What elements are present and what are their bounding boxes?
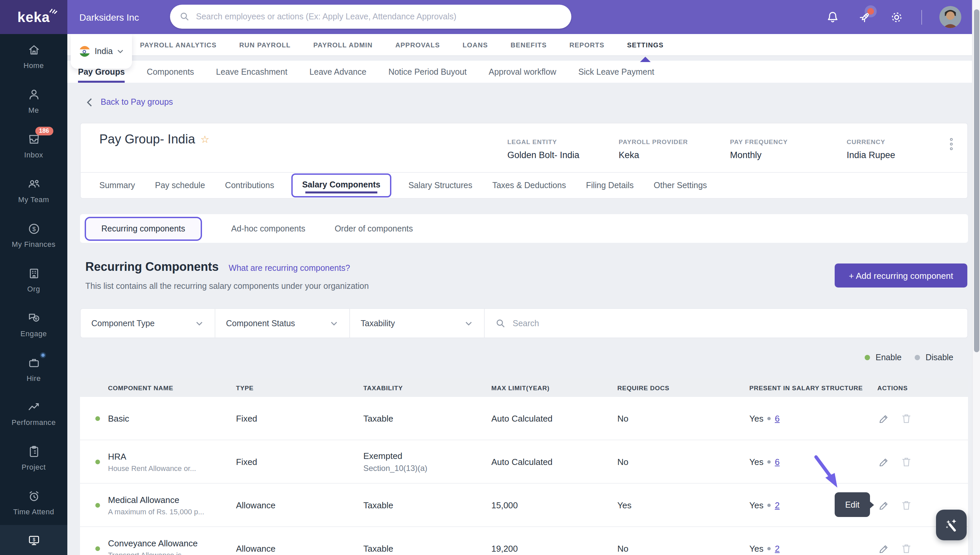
chevron-left-icon	[87, 98, 92, 106]
structure-count-link[interactable]: 6	[775, 413, 779, 423]
sidebar-item-my-team[interactable]: My Team	[0, 168, 67, 212]
edit-pencil-icon[interactable]	[877, 412, 890, 425]
add-recurring-component-button[interactable]: + Add recurring component	[835, 263, 967, 287]
settings-gear-icon[interactable]	[889, 10, 904, 24]
svg-text:$: $	[32, 537, 35, 542]
tab-sick-leave-payment[interactable]: Sick Leave Payment	[578, 61, 654, 83]
nav-payroll-admin[interactable]: PAYROLL ADMIN	[313, 41, 372, 49]
structure-count-link[interactable]: 6	[775, 457, 779, 467]
tab-salary-structures[interactable]: Salary Structures	[408, 181, 472, 190]
nav-settings[interactable]: SETTINGS	[627, 41, 663, 49]
nav-reports[interactable]: REPORTS	[569, 41, 604, 49]
tab-taxes-deductions[interactable]: Taxes & Deductions	[492, 181, 566, 190]
more-options-kebab-icon[interactable]	[950, 138, 953, 150]
section-description: This list contains all the recurring sal…	[85, 281, 369, 291]
payroll-icon: $	[26, 533, 41, 547]
inbox-icon: 186	[26, 132, 41, 147]
keka-logo[interactable]: keka	[0, 0, 67, 34]
edit-pencil-icon[interactable]	[877, 499, 890, 511]
delete-trash-icon[interactable]	[900, 499, 913, 511]
status-dot-enabled	[95, 503, 100, 508]
sidebar-item-performance[interactable]: Performance	[0, 391, 67, 436]
edit-pencil-icon[interactable]	[877, 455, 890, 468]
edit-tooltip: Edit	[835, 492, 870, 517]
edit-pencil-icon[interactable]	[877, 542, 890, 555]
tab-other-settings[interactable]: Other Settings	[654, 181, 707, 190]
nav-payroll-analytics[interactable]: PAYROLL ANALYTICS	[140, 41, 217, 49]
sidebar-item-inbox[interactable]: 186 Inbox	[0, 124, 67, 168]
table-row[interactable]: Conveyance Allowance Transport Allowance…	[80, 527, 968, 555]
component-type-dropdown[interactable]: Component Type	[81, 309, 215, 338]
subtab-recurring-components[interactable]: Recurring components	[85, 217, 202, 241]
field-legal-entity: LEGAL ENTITY Golden Bolt- India	[507, 138, 579, 160]
performance-icon	[26, 400, 41, 415]
favorite-star-icon[interactable]: ☆	[200, 133, 209, 146]
component-name: Conveyance Allowance	[108, 538, 198, 548]
disable-dot	[915, 355, 920, 360]
tab-pay-schedule[interactable]: Pay schedule	[155, 181, 205, 190]
chevron-down-icon	[465, 321, 472, 325]
chevron-down-icon	[331, 321, 337, 325]
sidebar-item-org[interactable]: Org	[0, 257, 67, 302]
whats-new-rocket-icon[interactable]	[857, 10, 872, 24]
tab-summary[interactable]: Summary	[99, 181, 135, 190]
sidebar-item-home[interactable]: Home	[0, 34, 67, 79]
tab-components[interactable]: Components	[147, 61, 194, 83]
tab-filing-details[interactable]: Filing Details	[586, 181, 634, 190]
sidebar-item-engage[interactable]: Engage	[0, 302, 67, 346]
sidebar-item-payroll[interactable]: $	[0, 525, 67, 555]
rocket-badge-dot	[867, 8, 874, 14]
time-attend-icon	[26, 489, 41, 504]
home-icon	[26, 43, 41, 58]
nav-loans[interactable]: LOANS	[463, 41, 488, 49]
app-window: keka Darksiders Inc	[0, 0, 980, 555]
nav-approvals[interactable]: APPROVALS	[395, 41, 440, 49]
team-icon	[26, 177, 41, 191]
what-are-recurring-link[interactable]: What are recurring components?	[229, 263, 350, 273]
disable-label: Disable	[926, 353, 953, 362]
legal-entity-selector[interactable]: India	[71, 34, 132, 69]
delete-trash-icon[interactable]	[900, 412, 913, 425]
structure-count-link[interactable]: 2	[775, 500, 779, 510]
tab-salary-components[interactable]: Salary Components	[291, 173, 391, 197]
table-search-input[interactable]	[513, 319, 957, 328]
subtab-adhoc-components[interactable]: Ad-hoc components	[231, 224, 305, 233]
delete-trash-icon[interactable]	[900, 455, 913, 468]
ai-assistant-fab[interactable]	[936, 510, 967, 541]
sidebar-item-my-finances[interactable]: $ My Finances	[0, 212, 67, 257]
tab-notice-period-buyout[interactable]: Notice Period Buyout	[388, 61, 467, 83]
sidebar-item-time-attend[interactable]: Time Attend	[0, 480, 67, 525]
structure-count-link[interactable]: 2	[775, 543, 779, 553]
nav-benefits[interactable]: BENEFITS	[511, 41, 547, 49]
field-pay-frequency: PAY FREQUENCY Monthly	[730, 138, 788, 160]
table-row[interactable]: Basic Fixed Taxable Auto Calculated No Y…	[80, 397, 968, 440]
global-search[interactable]	[170, 5, 571, 29]
status-dot-enabled	[95, 460, 100, 464]
table-search[interactable]	[484, 309, 967, 338]
pay-group-title: Pay Group- India ☆	[99, 132, 209, 147]
sidebar-item-me[interactable]: Me	[0, 79, 67, 124]
sidebar-item-project[interactable]: Project	[0, 436, 67, 480]
nav-run-payroll[interactable]: RUN PAYROLL	[239, 41, 291, 49]
hire-badge-dot	[40, 352, 46, 358]
tab-leave-encashment[interactable]: Leave Encashment	[216, 61, 287, 83]
user-avatar[interactable]	[939, 6, 961, 28]
payroll-nav: PAYROLL ANALYTICS RUN PAYROLL PAYROLL AD…	[67, 34, 972, 56]
taxability-dropdown[interactable]: Taxability	[350, 309, 484, 338]
tab-contributions[interactable]: Contributions	[225, 181, 274, 190]
company-name: Darksiders Inc	[79, 0, 139, 34]
sidebar-item-hire[interactable]: Hire	[0, 346, 67, 391]
page-scrollbar[interactable]	[972, 0, 980, 555]
tab-approval-workflow[interactable]: Approval workflow	[489, 61, 556, 83]
me-icon	[26, 88, 41, 103]
component-status-dropdown[interactable]: Component Status	[215, 309, 350, 338]
delete-trash-icon[interactable]	[900, 542, 913, 555]
back-link[interactable]: Back to Pay groups	[87, 98, 173, 107]
settings-tabs: Pay Groups Components Leave Encashment L…	[67, 61, 972, 83]
finances-icon: $	[26, 221, 41, 236]
global-search-input[interactable]	[196, 12, 562, 21]
scrollbar-thumb[interactable]	[974, 9, 979, 352]
notifications-bell-icon[interactable]	[825, 10, 840, 24]
tab-leave-advance[interactable]: Leave Advance	[309, 61, 366, 83]
subtab-order-of-components[interactable]: Order of components	[335, 224, 413, 233]
